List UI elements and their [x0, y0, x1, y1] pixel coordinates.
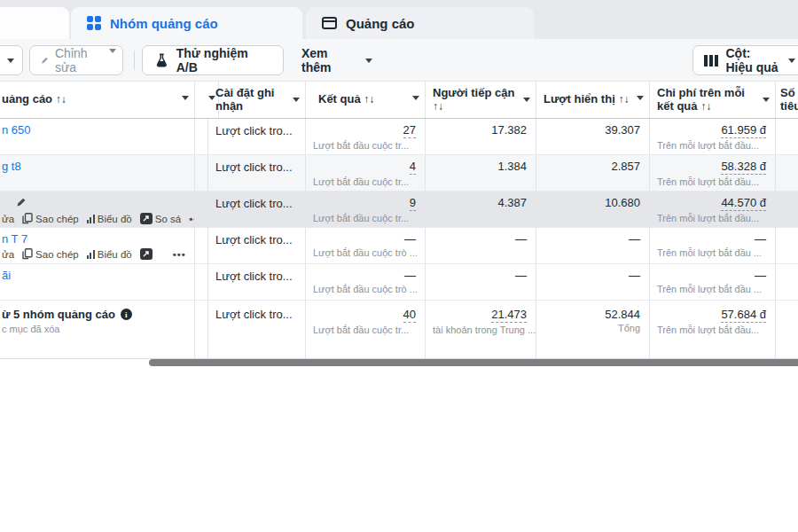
- tab-campaigns-partial[interactable]: [0, 7, 69, 39]
- duplicate-action[interactable]: Sao chép: [22, 213, 79, 224]
- tab-ad-sets[interactable]: Nhóm quảng cáo: [71, 7, 302, 39]
- cost-subtext: Trên mỗi lượt bắt đầu...: [657, 213, 766, 224]
- reach-total-subtext: tài khoản trong Trung ...: [433, 325, 527, 336]
- ad-sets-grid-icon: [87, 16, 101, 30]
- attribution-cell: Lượt click tro...: [208, 155, 306, 191]
- ab-test-button-label: Thử nghiệm A/B: [176, 46, 270, 74]
- results-cell: — Lượt bắt đầu cuộc trò ...: [306, 228, 426, 263]
- cost-subtext: Trên mỗi lượt bắt đầu ...: [657, 247, 766, 259]
- cost-cell: — Trên mỗi lượt bắt đầu ...: [650, 264, 776, 300]
- filter-caret-icon[interactable]: [637, 96, 644, 100]
- result-value[interactable]: 4: [410, 160, 416, 175]
- attribution-cell: Lượt click tro...: [208, 264, 306, 300]
- sort-icon[interactable]: ↑↓: [56, 93, 66, 106]
- filter-caret-icon[interactable]: [523, 98, 530, 102]
- filter-caret-icon[interactable]: [293, 98, 300, 102]
- cost-value: —: [755, 232, 766, 246]
- cost-total-cell: 57.684 đ Trên mỗi lượt bắt đầu...: [650, 301, 776, 358]
- col-header-impressions[interactable]: Lượt hiển thị ↑↓: [536, 82, 650, 118]
- info-icon[interactable]: i: [121, 309, 132, 320]
- reach-cell: 4.387: [426, 192, 536, 227]
- table-header-row: uảng cáo ↑↓ Cài đặt ghi nhận Kết quả ↑↓ …: [0, 82, 798, 119]
- columns-button-label: Cột: Hiệu quả: [726, 46, 781, 74]
- sort-icon[interactable]: ↑↓: [364, 93, 374, 106]
- sort-icon[interactable]: ↑↓: [618, 93, 629, 106]
- col-header-reach[interactable]: Người tiếp cận ↑↓: [426, 82, 536, 118]
- adset-name-link[interactable]: n T 7: [2, 232, 27, 246]
- tab-ads[interactable]: Quảng cáo: [306, 7, 534, 39]
- sort-icon[interactable]: ↑↓: [700, 100, 711, 113]
- result-value[interactable]: 9: [410, 196, 416, 211]
- sort-icon[interactable]: ↑↓: [433, 100, 443, 113]
- result-subtext: Lượt bắt đầu cuộc trò ...: [313, 284, 416, 295]
- impressions-total-cell: 52.844 Tổng: [536, 301, 650, 358]
- result-subtext: Lượt bắt đầu cuộc tr...: [313, 176, 416, 188]
- filter-caret-icon[interactable]: [763, 98, 770, 102]
- col-header-amount-spent[interactable]: Số ti tiêu: [776, 82, 798, 118]
- copy-icon: [22, 213, 33, 224]
- results-cell: 9 Lượt bắt đầu cuộc tr...: [306, 192, 426, 227]
- results-cell: 4 Lượt bắt đầu cuộc tr...: [306, 155, 426, 191]
- col-header-attribution[interactable]: Cài đặt ghi nhận: [208, 82, 306, 118]
- flask-icon: [155, 53, 168, 67]
- cost-value[interactable]: 44.570 đ: [721, 196, 766, 211]
- cost-value[interactable]: 61.959 đ: [721, 123, 766, 138]
- copy-icon: [22, 248, 33, 260]
- table-row: n 650 Lượt click tro... 27 Lượt bắt đầu …: [0, 119, 798, 155]
- reach-cell: —: [426, 264, 536, 300]
- col-header-results[interactable]: Kết quả ↑↓: [306, 82, 426, 118]
- cost-cell: 44.570 đ Trên mỗi lượt bắt đầu...: [650, 192, 776, 227]
- cost-cell: — Trên mỗi lượt bắt đầu ...: [650, 228, 776, 263]
- chart-action[interactable]: Biểu đồ: [87, 214, 132, 224]
- ads-manager-screen: Nhóm quảng cáo Quảng cáo Chỉnh sửa Thử n…: [0, 0, 798, 532]
- table-row: g t8 Lượt click tro... 4 Lượt bắt đầu cu…: [0, 155, 798, 192]
- adset-name-link[interactable]: n 650: [2, 123, 31, 137]
- cost-value[interactable]: 58.328 đ: [721, 160, 766, 175]
- divider: [134, 51, 135, 70]
- chevron-down-icon: [788, 59, 795, 63]
- adset-name-link[interactable]: ãi: [2, 269, 11, 282]
- filter-caret-icon[interactable]: [182, 96, 189, 100]
- chevron-down-icon: [109, 49, 116, 67]
- filter-caret-icon[interactable]: [412, 96, 419, 100]
- more-actions-button[interactable]: •••: [189, 214, 195, 224]
- compare-action[interactable]: [140, 248, 153, 260]
- row-hover-actions: ửa Sao chép Biểu đồ So sá •••: [2, 213, 191, 224]
- impressions-total-subtext: Tổng: [544, 323, 640, 334]
- edit-action[interactable]: ửa: [2, 214, 14, 224]
- result-total-value[interactable]: 40: [403, 308, 416, 323]
- edit-button-label: Chỉnh sửa: [55, 46, 92, 74]
- ab-test-button[interactable]: Thử nghiệm A/B: [142, 45, 284, 75]
- row-hover-actions: ửa Sao chép Biểu đồ •••: [2, 248, 191, 260]
- cost-total-value[interactable]: 57.684 đ: [721, 308, 766, 323]
- compare-action[interactable]: So sá: [140, 213, 181, 224]
- compare-icon: [140, 213, 153, 224]
- reach-total-value[interactable]: 21.473: [491, 308, 527, 323]
- edit-split-button[interactable]: Chỉnh sửa: [29, 45, 123, 75]
- cost-subtext: Trên mỗi lượt bắt đầu...: [657, 140, 766, 152]
- result-subtext: Lượt bắt đầu cuộc trò ...: [313, 247, 416, 259]
- see-more-button[interactable]: Xem thêm: [293, 45, 381, 75]
- col-header-name[interactable]: uảng cáo ↑↓: [0, 82, 195, 118]
- compare-icon: [140, 248, 153, 260]
- columns-button[interactable]: Cột: Hiệu quả: [692, 45, 798, 75]
- impressions-total-value: 52.844: [605, 308, 640, 321]
- adset-name-link[interactable]: g t8: [2, 160, 21, 173]
- result-value[interactable]: 27: [403, 123, 416, 138]
- pencil-icon: [41, 54, 49, 66]
- chart-icon: [87, 250, 95, 259]
- tab-bar: Nhóm quảng cáo Quảng cáo: [0, 0, 798, 39]
- horizontal-scrollbar[interactable]: [149, 359, 798, 366]
- table-row: ãi Lượt click tro... — Lượt bắt đầu cuộc…: [0, 264, 798, 301]
- chart-action[interactable]: Biểu đồ: [87, 249, 132, 260]
- pencil-icon[interactable]: [16, 197, 27, 207]
- col-header-cost-per-result[interactable]: Chi phí trên mỗi kết quả ↑↓: [650, 82, 776, 118]
- table-totals-row: ừ 5 nhóm quảng cáo i c mục đã xóa Lượt c…: [0, 301, 798, 359]
- edit-action[interactable]: ửa: [2, 249, 14, 260]
- duplicate-dropdown-button[interactable]: [0, 45, 23, 75]
- tab-ads-label: Quảng cáo: [346, 16, 415, 31]
- reach-cell: —: [426, 228, 536, 263]
- more-actions-button[interactable]: •••: [173, 249, 186, 260]
- duplicate-action[interactable]: Sao chép: [22, 248, 79, 260]
- cost-total-subtext: Trên mỗi lượt bắt đầu...: [657, 325, 766, 336]
